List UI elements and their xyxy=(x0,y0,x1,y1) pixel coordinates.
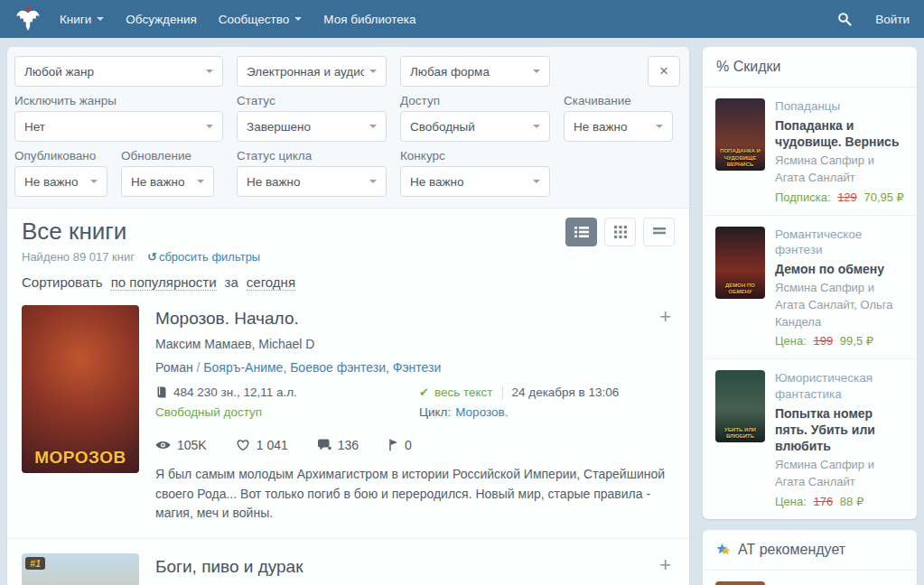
close-filters-button[interactable]: × xyxy=(648,56,680,87)
discounts-header: % Скидки xyxy=(703,47,917,88)
book-cover[interactable]: УБИТЬ ИЛИ ВЛЮБИТЬ xyxy=(715,370,765,442)
book-title-link[interactable]: Демон по обмену xyxy=(775,261,904,277)
flag-icon xyxy=(387,439,398,451)
grid-view-button[interactable] xyxy=(604,218,636,246)
filter-any-genre-select[interactable]: Любой жанр xyxy=(14,56,223,87)
chevron-down-icon xyxy=(97,17,104,24)
sidebar-book-item: УБИТЬ ИЛИ ВЛЮБИТЬ Юмористическая фантаст… xyxy=(703,358,917,518)
filter-any-form-select[interactable]: Любая форма xyxy=(400,56,550,87)
filter-download-value: Не важно xyxy=(574,120,650,134)
list-view-button[interactable] xyxy=(565,218,597,246)
filter-updated-value: Не важно xyxy=(131,175,191,189)
sort-period-link[interactable]: сегодня xyxy=(247,274,295,291)
filter-status-select[interactable]: Завершено xyxy=(237,111,387,142)
topbar-right: Войти xyxy=(837,12,910,26)
genre-link[interactable]: Юмористическая фантастика xyxy=(775,370,904,402)
filter-edition-type-select[interactable]: Электронная и аудио xyxy=(237,56,387,87)
list-view-icon xyxy=(574,226,589,238)
price-line: Цена: 176 88 ₽ xyxy=(775,495,904,508)
nav-my-library[interactable]: Моя библиотека xyxy=(323,13,415,26)
book-list-item: МОРОЗОВ Морозов. Начало. + Максим Мамаев… xyxy=(7,291,689,538)
filter-download-select[interactable]: Не важно xyxy=(564,111,673,142)
filter-access-label: Доступ xyxy=(400,94,550,107)
book-title-link[interactable]: Попытка номер пять. Убить или влюбить xyxy=(775,405,904,455)
filter-contest-select[interactable]: Не важно xyxy=(400,166,550,197)
chevron-down-icon xyxy=(369,180,377,187)
sidebar-book-item: ДЕМОН ПО ОБМЕНУ Романтическое фэнтези Де… xyxy=(703,215,917,359)
book-title-link[interactable]: Морозов. Начало. xyxy=(155,309,299,329)
nav-discussions[interactable]: Обсуждения xyxy=(126,13,196,26)
page: Книги Обсуждения Сообщество Моя библиоте… xyxy=(0,0,924,585)
filter-contest-value: Не важно xyxy=(410,175,527,189)
book-authors[interactable]: Ясмина Сапфир и Агата Санлайт, Ольга Кан… xyxy=(775,280,904,331)
filter-any-genre-value: Любой жанр xyxy=(24,65,201,79)
sort-conjunction: за xyxy=(225,274,238,291)
reset-filters-link[interactable]: ↺сбросить фильтры xyxy=(147,250,260,264)
genre-link[interactable]: Попаданцы xyxy=(775,98,904,115)
chevron-down-icon xyxy=(206,70,213,77)
add-to-library-button[interactable]: + xyxy=(656,557,675,573)
filter-exclude-select[interactable]: Нет xyxy=(14,111,223,142)
top-navigation-bar: Книги Обсуждения Сообщество Моя библиоте… xyxy=(0,0,924,38)
comments-stat: 136 xyxy=(317,438,359,452)
login-button[interactable]: Войти xyxy=(875,13,910,26)
book-cover[interactable]: МОРОЗОВ xyxy=(22,305,139,473)
site-logo-icon[interactable] xyxy=(14,5,42,32)
old-price: 199 xyxy=(814,334,834,348)
nav-community[interactable]: Сообщество xyxy=(219,13,302,26)
filter-status-value: Завершено xyxy=(247,120,364,134)
book-cover[interactable]: ДЕМОН ПО ОБМЕНУ xyxy=(715,227,765,299)
book-form-link[interactable]: Роман xyxy=(155,360,203,375)
genre-link[interactable]: Романтическое фэнтези xyxy=(775,581,904,585)
chevron-down-icon xyxy=(206,125,213,132)
book-authors[interactable]: Ясмина Сапфир и Агата Санлайт xyxy=(775,457,904,491)
book-stats: 105K 1 041 136 0 xyxy=(155,438,675,452)
genre-link[interactable]: Романтическое фэнтези xyxy=(775,227,904,258)
genre-link[interactable]: Фэнтези xyxy=(386,360,441,375)
filter-contest-label: Конкурс xyxy=(400,149,550,162)
nav-community-label: Сообщество xyxy=(219,13,289,26)
cycle-link[interactable]: Морозов. xyxy=(455,405,508,419)
book-cover[interactable]: ПОПАДАНКА И ЧУДОВИЩЕ ВЕРНИСЬ xyxy=(715,98,765,171)
heart-icon xyxy=(236,439,250,451)
views-count: 105K xyxy=(177,438,207,452)
price-label: Подписка: xyxy=(775,190,831,204)
book-cover[interactable]: #1 xyxy=(22,553,139,585)
genre-link[interactable]: Бояръ-Аниме xyxy=(203,360,283,375)
cycle-label: Цикл: xyxy=(419,405,451,419)
filter-published-label: Опубликовано xyxy=(14,149,107,162)
results-count: Найдено 89 017 книг xyxy=(22,250,135,264)
filter-access-select[interactable]: Свободный xyxy=(400,111,550,142)
filter-cycle-status-value: Не важно xyxy=(247,175,364,189)
book-authors[interactable]: Максим Мамаев, Michael D xyxy=(155,337,675,351)
sidebar-book-item: ДЕКАН В МОЕЙ ГОЛОВЕ Романтическое фэнтез… xyxy=(703,571,917,585)
book-title-link[interactable]: Боги, пиво и дурак xyxy=(155,557,303,577)
comment-icon xyxy=(317,439,331,451)
genre-link[interactable]: Боевое фэнтези xyxy=(283,360,386,375)
book-cover[interactable]: ДЕКАН В МОЕЙ ГОЛОВЕ xyxy=(715,581,765,585)
sort-by-link[interactable]: по популярности xyxy=(111,274,217,291)
filter-published-select[interactable]: Не важно xyxy=(14,166,107,197)
likes-stat[interactable]: 1 041 xyxy=(236,438,288,452)
filter-updated-select[interactable]: Не важно xyxy=(121,166,214,197)
book-date: 24 декабря в 13:06 xyxy=(512,385,620,399)
book-size-icon xyxy=(155,386,167,398)
discounts-title: % Скидки xyxy=(716,59,780,75)
nav-books[interactable]: Книги xyxy=(60,13,104,26)
chevron-down-icon xyxy=(369,125,377,132)
chevron-down-icon xyxy=(294,17,302,24)
results-header: Все книги xyxy=(7,209,689,291)
book-title-link[interactable]: Попаданка и чудовище. Вернись xyxy=(775,117,904,150)
grid-view-icon xyxy=(614,226,627,238)
filter-download-label: Скачивание xyxy=(564,94,673,107)
add-to-library-button[interactable]: + xyxy=(656,309,675,325)
filter-cycle-status-select[interactable]: Не важно xyxy=(237,166,387,197)
search-icon[interactable] xyxy=(837,12,852,26)
compact-view-button[interactable] xyxy=(643,218,675,246)
filter-any-form-value: Любая форма xyxy=(410,65,527,79)
book-status: весь текст xyxy=(434,385,493,399)
filter-row-1: Любой жанр Электронная и аудио Любая фор… xyxy=(14,56,680,87)
rank-badge: #1 xyxy=(25,557,45,570)
views-stat: 105K xyxy=(155,438,207,452)
book-authors[interactable]: Ясмина Сапфир и Агата Санлайт xyxy=(775,153,904,187)
